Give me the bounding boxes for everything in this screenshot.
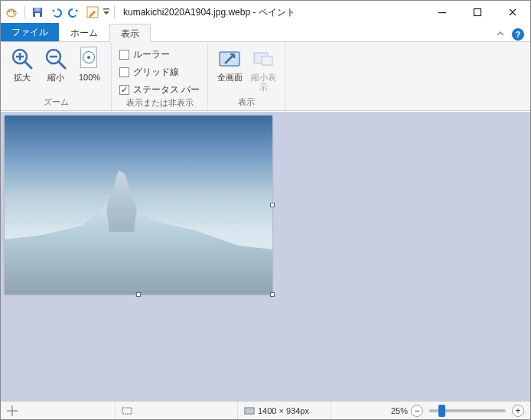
zoom-control: 25% − + (385, 405, 530, 417)
image-content-structure (106, 171, 137, 232)
svg-rect-11 (474, 9, 481, 16)
status-canvas-size: 1400 × 934px (238, 402, 331, 419)
chk-rulers[interactable]: ルーラー (118, 47, 201, 62)
zoom-pct-text: 25% (391, 406, 408, 415)
svg-point-1 (8, 11, 10, 12)
thumbnail-label: 縮小表示 (248, 73, 279, 93)
checkbox-icon (119, 85, 129, 95)
zoom-out-label: 縮小 (47, 73, 64, 83)
help-area: ? (494, 28, 530, 41)
redo-button[interactable] (66, 4, 83, 21)
undo-button[interactable] (47, 4, 64, 21)
collapse-ribbon-button[interactable] (494, 28, 507, 41)
canvas-area[interactable] (1, 112, 530, 401)
canvas-image-wrap (5, 116, 272, 295)
qat-customize-dropdown[interactable] (103, 4, 110, 21)
maximize-button[interactable] (460, 1, 495, 24)
page-100-icon (77, 47, 102, 71)
status-canvas-size-text: 1400 × 934px (258, 406, 309, 415)
checkbox-icon (119, 50, 129, 60)
zoom-in-button[interactable]: 拡大 (7, 45, 37, 84)
quick-access-toolbar (1, 4, 117, 21)
window-title: kumakichi2020A1904.jpg.webp - ペイント (123, 6, 425, 19)
chk-status-bar-label: ステータス バー (133, 83, 200, 96)
svg-rect-21 (262, 57, 272, 65)
resize-handle-bottom[interactable] (136, 292, 141, 297)
window-controls (425, 1, 530, 24)
help-button[interactable]: ? (512, 28, 524, 41)
chk-status-bar[interactable]: ステータス バー (118, 82, 201, 97)
group-zoom: 拡大 縮小 100% ズーム (1, 42, 112, 110)
svg-point-3 (13, 11, 15, 12)
zoom-slider[interactable] (429, 409, 506, 412)
pencil-tool-icon[interactable] (84, 4, 101, 21)
chk-gridlines[interactable]: グリッド線 (118, 64, 201, 80)
svg-rect-6 (34, 8, 41, 11)
group-zoom-label: ズーム (7, 96, 105, 110)
group-display-label: 表示 (214, 96, 279, 110)
close-button[interactable] (495, 1, 530, 24)
title-bar: kumakichi2020A1904.jpg.webp - ペイント (1, 1, 530, 24)
zoom-100-button[interactable]: 100% (74, 45, 105, 84)
crosshair-icon (7, 405, 18, 416)
full-screen-label: 全画面 (217, 73, 243, 83)
status-selection (116, 402, 238, 419)
qat-separator-2 (114, 5, 115, 19)
svg-line-13 (25, 62, 31, 68)
full-screen-button[interactable]: 全画面 (214, 45, 245, 84)
svg-rect-24 (122, 408, 132, 414)
resize-handle-corner[interactable] (270, 292, 275, 297)
group-show-hide-label: 表示または非表示 (118, 97, 201, 111)
ribbon-tabs: ファイル ホーム 表示 ? (1, 24, 530, 42)
group-show-hide: ルーラー グリッド線 ステータス バー 表示または非表示 (112, 42, 208, 110)
zoom-100-label: 100% (79, 73, 100, 83)
canvas-size-icon (244, 405, 255, 416)
tab-view[interactable]: 表示 (109, 24, 151, 42)
chk-gridlines-label: グリッド線 (133, 66, 179, 79)
group-display: 全画面 縮小表示 表示 (208, 42, 285, 110)
app-icon[interactable] (4, 4, 21, 21)
minimize-button[interactable] (425, 1, 460, 24)
zoom-slider-thumb[interactable] (438, 405, 445, 417)
status-filesize (331, 402, 385, 419)
ribbon: 拡大 縮小 100% ズーム ルーラー グリッド線 (1, 42, 530, 111)
tab-home[interactable]: ホーム (59, 23, 109, 41)
zoom-out-button[interactable]: 縮小 (41, 45, 71, 84)
status-bar: 1400 × 934px 25% − + (1, 401, 530, 419)
svg-rect-10 (438, 12, 446, 13)
thumbnail-button: 縮小表示 (248, 45, 279, 94)
zoom-in-status-button[interactable]: + (512, 405, 524, 417)
svg-point-4 (13, 13, 15, 15)
resize-handle-right[interactable] (270, 203, 275, 207)
selection-rect-icon (122, 405, 132, 416)
status-position (1, 402, 116, 419)
canvas-image[interactable] (5, 116, 272, 295)
save-button[interactable] (29, 4, 46, 21)
image-content-mountain (5, 196, 272, 295)
qat-separator (24, 5, 25, 19)
svg-line-17 (59, 62, 65, 68)
checkbox-icon (119, 67, 129, 77)
zoom-out-status-button[interactable]: − (411, 405, 423, 417)
zoom-in-label: 拡大 (14, 73, 31, 83)
svg-rect-7 (35, 13, 40, 17)
chk-rulers-label: ルーラー (133, 48, 170, 61)
svg-rect-26 (246, 409, 253, 413)
svg-rect-20 (254, 53, 268, 63)
svg-point-2 (11, 9, 12, 11)
tab-file[interactable]: ファイル (1, 23, 59, 41)
svg-rect-9 (103, 8, 109, 10)
